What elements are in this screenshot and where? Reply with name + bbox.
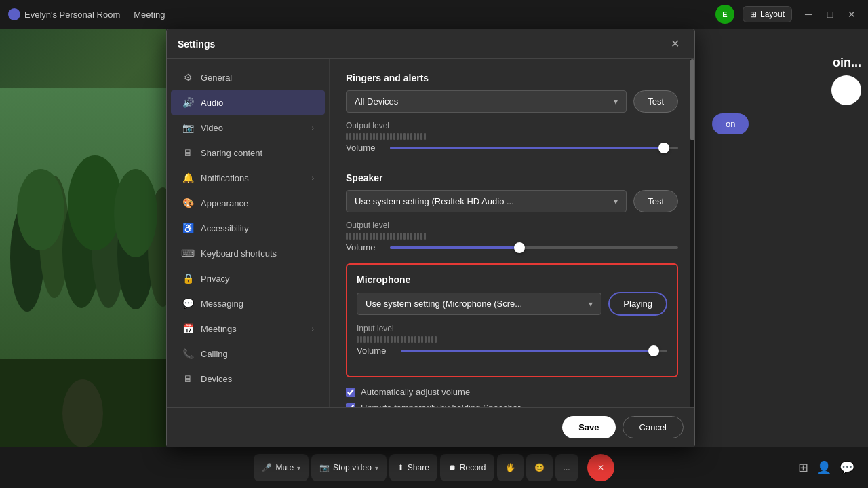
microphone-device-select[interactable]: Use system setting (Microphone (Scre... … [357,293,601,315]
nav-item-appearance[interactable]: 🎨 Appearance [171,191,325,215]
auto-adjust-label[interactable]: Automatically adjust volume [361,387,470,397]
mute-icon: 🎤 [262,463,272,472]
maximize-button[interactable]: □ [822,6,838,22]
nav-appearance-label: Appearance [201,198,248,208]
nav-item-sharing[interactable]: 🖥 Sharing content [171,140,325,165]
end-call-icon: ✕ [597,463,604,472]
speaker-level-ticks [346,233,678,240]
speaker-volume-thumb[interactable] [514,242,525,253]
nav-general-label: General [201,73,232,83]
speaker-output-level-label: Output level [346,221,389,230]
nav-keyboard-label: Keyboard shortcuts [201,248,277,259]
mute-button[interactable]: 🎤 Mute ▾ [254,454,309,481]
ringers-dropdown-arrow-icon: ▾ [614,97,618,107]
ringers-volume-slider[interactable] [390,147,678,149]
chat-icon[interactable]: 💬 [840,460,854,475]
layout-button[interactable]: ⊞ Layout [743,6,792,22]
calling-icon: 📞 [182,348,194,360]
speaker-volume-slider[interactable] [390,246,678,249]
speaker-device-select[interactable]: Use system setting (Realtek HD Audio ...… [346,190,627,212]
nav-item-video[interactable]: 📷 Video › [171,115,325,140]
input-level-row: Input level [357,324,667,343]
settings-body: ⚙ General 🔊 Audio 📷 Video › [167,59,694,407]
brand-label: Evelyn's Personal Room [24,10,120,20]
nav-item-keyboard[interactable]: ⌨ Keyboard shortcuts [171,241,325,265]
reactions-button[interactable]: 🖐 [497,454,524,481]
nav-item-meetings[interactable]: 📅 Meetings › [171,316,325,341]
mic-volume-thumb[interactable] [648,345,659,356]
main-area: oin... on Settings ✕ ⚙ General [0,29,868,488]
microphone-playing-button[interactable]: Playing [608,292,667,316]
record-button[interactable]: ⏺ Record [440,454,494,481]
grid-view-icon[interactable]: ⊞ [798,460,808,475]
nav-devices-label: Devices [201,374,232,384]
record-icon: ⏺ [448,463,456,472]
people-icon[interactable]: 👤 [816,460,831,475]
nav-item-audio[interactable]: 🔊 Audio [171,90,325,115]
speaker-title: Speaker [346,172,678,183]
scroll-thumb[interactable] [690,59,694,140]
microphone-device-label: Use system setting (Microphone (Scre... [366,299,522,309]
unmute-row: Unmute temporarily by holding Spacebar [346,402,678,407]
ringers-test-button[interactable]: Test [633,90,678,113]
auto-adjust-checkbox[interactable] [346,388,355,397]
svg-point-9 [114,169,157,257]
video-panel [0,29,166,488]
sharing-icon: 🖥 [182,147,194,159]
nav-sharing-label: Sharing content [201,148,262,158]
speaker-volume-label: Volume [346,242,383,252]
speaker-device-label: Use system setting (Realtek HD Audio ... [355,196,514,206]
ringers-volume-row: Volume [346,143,678,153]
nav-item-messaging[interactable]: 💬 Messaging [171,291,325,316]
nav-item-calling[interactable]: 📞 Calling [171,341,325,366]
window-controls: ─ □ ✕ [800,6,860,22]
unmute-spacebar-label[interactable]: Unmute temporarily by holding Spacebar [361,402,521,407]
more-button[interactable]: ... [555,454,578,481]
nav-item-devices[interactable]: 🖥 Devices [171,367,325,391]
close-button[interactable]: ✕ [844,6,860,22]
mic-volume-slider[interactable] [401,350,667,352]
svg-point-8 [68,155,122,250]
emoji-button[interactable]: 😊 [526,454,553,481]
bottom-toolbar: 🎤 Mute ▾ 📷 Stop video ▾ ⬆ Share ⏺ Record… [0,447,868,488]
speaker-test-button[interactable]: Test [633,190,678,212]
save-button[interactable]: Save [562,416,615,438]
nav-audio-label: Audio [201,98,223,108]
keyboard-icon: ⌨ [182,247,194,259]
input-level-label: Input level [357,324,394,333]
video-icon: 📷 [182,121,194,134]
settings-dialog: Settings ✕ ⚙ General 🔊 Audio [166,29,695,447]
nav-item-privacy[interactable]: 🔒 Privacy [171,266,325,290]
speaker-level-row: Output level [346,221,678,240]
user-status-indicator: E [715,5,734,24]
teams-icon [8,8,20,20]
output-level-label: Output level [346,121,389,130]
unmute-spacebar-checkbox[interactable] [346,403,355,408]
speaker-volume-row: Volume [346,242,678,252]
join-area: oin... on [712,56,861,134]
microphone-section: Microphone Use system setting (Microphon… [346,263,678,377]
minimize-button[interactable]: ─ [800,6,816,22]
svg-point-11 [62,379,103,447]
stop-video-button[interactable]: 📷 Stop video ▾ [311,454,387,481]
mic-volume-label: Volume [357,345,394,356]
nav-item-notifications[interactable]: 🔔 Notifications › [171,166,325,190]
end-call-button[interactable]: ✕ [587,454,614,481]
join-button[interactable]: on [712,113,749,134]
output-level-ticks [346,133,678,140]
nav-item-general[interactable]: ⚙ General [171,65,325,90]
privacy-icon: 🔒 [182,272,194,284]
input-level-ticks [357,336,667,343]
brand-area: Evelyn's Personal Room [8,8,120,20]
cancel-button[interactable]: Cancel [623,416,684,438]
ringers-row: All Devices ▾ Test [346,90,678,113]
nav-item-accessibility[interactable]: ♿ Accessibility [171,216,325,240]
layout-grid-icon: ⊞ [750,10,757,19]
nav-accessibility-label: Accessibility [201,223,249,233]
toolbar-right: ⊞ 👤 💬 [798,460,854,475]
record-label: Record [460,463,486,472]
ringers-volume-thumb[interactable] [658,143,669,153]
share-button[interactable]: ⬆ Share [389,454,437,481]
settings-close-button[interactable]: ✕ [667,36,684,52]
ringers-device-select[interactable]: All Devices ▾ [346,90,627,113]
